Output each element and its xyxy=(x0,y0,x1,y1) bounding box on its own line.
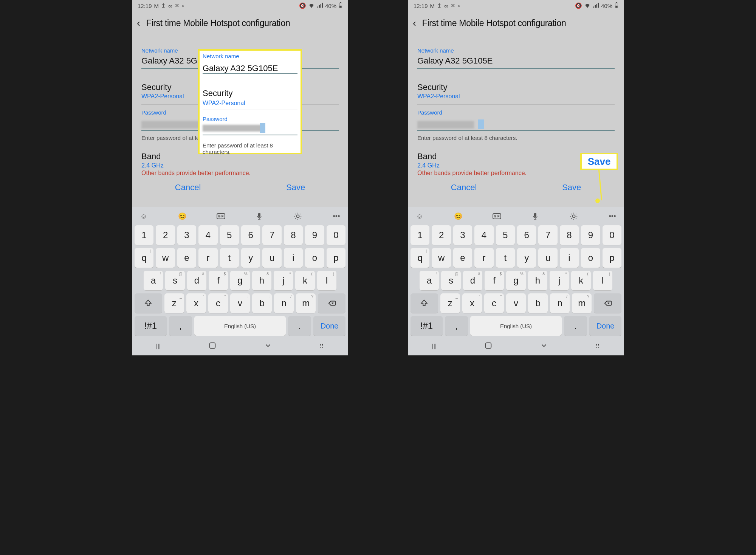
key-6[interactable]: 6 xyxy=(241,225,260,245)
key-q[interactable]: q| xyxy=(135,248,153,268)
key-x[interactable]: x' xyxy=(186,293,206,313)
key-v[interactable]: v: xyxy=(506,293,526,313)
gif-icon[interactable]: GIF xyxy=(215,211,226,222)
key-h[interactable]: h& xyxy=(252,271,271,290)
key-9[interactable]: 9 xyxy=(581,225,600,245)
gear-icon[interactable] xyxy=(569,211,579,222)
key-m[interactable]: m? xyxy=(296,293,316,313)
security-value[interactable]: WPA2-Personal xyxy=(417,93,615,100)
key-3[interactable]: 3 xyxy=(177,225,196,245)
emoji-icon[interactable]: ☺ xyxy=(138,211,149,222)
key-s[interactable]: s@ xyxy=(165,271,184,290)
key-v[interactable]: v: xyxy=(230,293,250,313)
key-r[interactable]: r xyxy=(474,248,493,268)
key-,[interactable]: , xyxy=(169,316,192,336)
keyboard-switch-icon[interactable]: ⠿ xyxy=(319,343,324,350)
key-x[interactable]: x' xyxy=(462,293,482,313)
key-3[interactable]: 3 xyxy=(453,225,472,245)
key-4[interactable]: 4 xyxy=(474,225,493,245)
more-icon[interactable]: ••• xyxy=(607,211,618,222)
key-t[interactable]: t xyxy=(496,248,515,268)
back-button[interactable]: ‹ xyxy=(137,17,140,29)
key-c[interactable]: c" xyxy=(484,293,504,313)
key-b[interactable]: b; xyxy=(252,293,272,313)
key-6[interactable]: 6 xyxy=(517,225,536,245)
key-r[interactable]: r xyxy=(198,248,217,268)
key-1[interactable]: 1 xyxy=(135,225,153,245)
key-k[interactable]: k( xyxy=(571,271,590,290)
key-j[interactable]: j* xyxy=(550,271,569,290)
key-7[interactable]: 7 xyxy=(262,225,281,245)
spacebar[interactable]: English (US) xyxy=(470,316,562,336)
symbols-key[interactable]: !#1 xyxy=(135,316,167,336)
keyboard[interactable]: ☺ 😊 GIF ••• 1234567890 q|wertyuiop a!s@d… xyxy=(132,207,348,355)
key-f[interactable]: f$ xyxy=(209,271,228,290)
key-8[interactable]: 8 xyxy=(284,225,303,245)
home-button[interactable] xyxy=(484,341,493,351)
emoji-icon[interactable]: ☺ xyxy=(414,211,425,222)
key-a[interactable]: a! xyxy=(420,271,439,290)
key-z[interactable]: z_ xyxy=(164,293,184,313)
key-o[interactable]: o xyxy=(305,248,324,268)
key-a[interactable]: a! xyxy=(144,271,163,290)
key-z[interactable]: z_ xyxy=(440,293,460,313)
key-i[interactable]: i xyxy=(284,248,303,268)
key-9[interactable]: 9 xyxy=(305,225,324,245)
gif-icon[interactable]: GIF xyxy=(491,211,502,222)
keyboard-switch-icon[interactable]: ⠿ xyxy=(595,343,600,350)
key-8[interactable]: 8 xyxy=(560,225,579,245)
key-m[interactable]: m? xyxy=(572,293,592,313)
recents-button[interactable]: ||| xyxy=(432,343,437,350)
key-5[interactable]: 5 xyxy=(220,225,239,245)
mic-icon[interactable] xyxy=(530,211,541,222)
network-name-value[interactable]: Galaxy A32 5G105E xyxy=(417,54,615,67)
recents-button[interactable]: ||| xyxy=(156,343,161,350)
key-i[interactable]: i xyxy=(560,248,579,268)
key-k[interactable]: k( xyxy=(295,271,314,290)
sticker-icon[interactable]: 😊 xyxy=(453,211,463,222)
key-w[interactable]: w xyxy=(156,248,175,268)
key-d[interactable]: d# xyxy=(187,271,206,290)
key-y[interactable]: y xyxy=(241,248,260,268)
done-key[interactable]: Done xyxy=(313,316,345,336)
symbols-key[interactable]: !#1 xyxy=(411,316,443,336)
key-t[interactable]: t xyxy=(220,248,239,268)
key-h[interactable]: h& xyxy=(528,271,547,290)
backspace-key[interactable] xyxy=(318,293,345,313)
key-y[interactable]: y xyxy=(517,248,536,268)
key-n[interactable]: n/ xyxy=(274,293,294,313)
back-nav-button[interactable] xyxy=(264,341,272,351)
key-w[interactable]: w xyxy=(432,248,451,268)
back-button[interactable]: ‹ xyxy=(413,17,416,29)
shift-key[interactable] xyxy=(411,293,438,313)
spacebar[interactable]: English (US) xyxy=(194,316,286,336)
key-d[interactable]: d# xyxy=(463,271,482,290)
backspace-key[interactable] xyxy=(594,293,621,313)
shift-key[interactable] xyxy=(135,293,162,313)
back-nav-button[interactable] xyxy=(540,341,548,351)
mic-icon[interactable] xyxy=(254,211,265,222)
key-g[interactable]: g% xyxy=(506,271,525,290)
key-c[interactable]: c" xyxy=(208,293,228,313)
sticker-icon[interactable]: 😊 xyxy=(177,211,187,222)
key-4[interactable]: 4 xyxy=(198,225,217,245)
key-n[interactable]: n/ xyxy=(550,293,570,313)
key-.[interactable]: . xyxy=(564,316,587,336)
key-u[interactable]: u xyxy=(262,248,281,268)
key-e[interactable]: e xyxy=(177,248,196,268)
keyboard[interactable]: ☺ 😊 GIF ••• 1234567890 q|wertyuiop a!s@d… xyxy=(408,207,624,355)
key-q[interactable]: q| xyxy=(411,248,429,268)
done-key[interactable]: Done xyxy=(589,316,621,336)
key-7[interactable]: 7 xyxy=(538,225,557,245)
key-p[interactable]: p xyxy=(603,248,621,268)
key-5[interactable]: 5 xyxy=(496,225,515,245)
key-,[interactable]: , xyxy=(445,316,468,336)
key-p[interactable]: p xyxy=(327,248,345,268)
key-l[interactable]: l) xyxy=(317,271,336,290)
home-button[interactable] xyxy=(208,341,217,351)
band-value[interactable]: 2.4 GHz xyxy=(141,162,339,169)
key-2[interactable]: 2 xyxy=(432,225,451,245)
more-icon[interactable]: ••• xyxy=(331,211,342,222)
key-2[interactable]: 2 xyxy=(156,225,175,245)
key-0[interactable]: 0 xyxy=(327,225,345,245)
